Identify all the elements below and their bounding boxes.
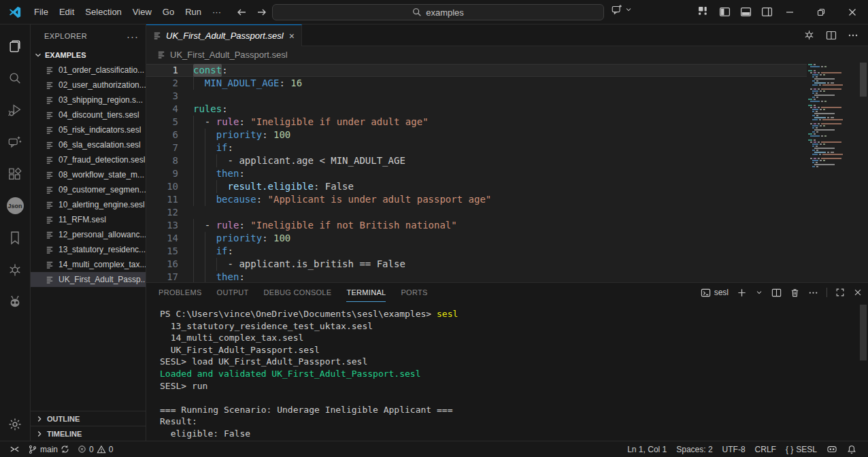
minimap[interactable] [808,64,857,168]
code-line[interactable]: 1const: [146,64,807,77]
code-line[interactable]: 8- applicant.age < MIN_ADULT_AGE [146,154,807,167]
run-debug-icon[interactable] [0,94,31,126]
menu-selection[interactable]: Selection [80,4,127,20]
code-line[interactable]: 14priority: 100 [146,232,807,245]
file-item[interactable]: 10_alerting_engine.sesl [31,197,146,212]
file-item[interactable]: 12_personal_allowanc... [31,227,146,242]
menu-go[interactable]: Go [157,4,180,20]
copilot-status[interactable] [822,442,842,457]
restore-button[interactable] [805,0,837,24]
notifications[interactable] [842,442,861,457]
split-terminal-icon[interactable] [771,288,782,298]
minimize-button[interactable] [774,0,805,24]
forward-arrow-icon[interactable] [256,7,267,18]
code-line[interactable]: 13- rule: "Ineligible if not British nat… [146,219,807,232]
menu-file[interactable]: File [29,4,54,20]
terminal-scrollbar[interactable] [860,305,867,360]
scrollbar-thumb[interactable] [860,63,867,97]
openai-icon[interactable] [0,254,31,286]
code-line[interactable]: 16- applicant.is_british == False [146,258,807,271]
problems-indicator[interactable]: 0 0 [73,442,117,457]
code-line[interactable]: 4rules: [146,103,807,116]
extensions-icon[interactable] [0,158,31,190]
code-line[interactable]: 12 [146,206,807,219]
panel-more-icon[interactable] [808,288,818,298]
encoding[interactable]: UTF-8 [718,442,750,457]
toggle-sidebar-left-icon[interactable] [719,6,731,18]
file-item[interactable]: 14_multi_complex_tax... [31,257,146,272]
indentation[interactable]: Spaces: 2 [671,442,717,457]
menu-view[interactable]: View [127,4,157,20]
outline-section[interactable]: OUTLINE [31,411,146,426]
cursor-position[interactable]: Ln 1, Col 1 [622,442,671,457]
file-item[interactable]: 04_discount_tiers.sesl [31,107,146,122]
breadcrumb[interactable]: UK_First_Adult_Passport.sesl [146,46,868,63]
code-line[interactable]: 15if: [146,245,807,258]
terminal-dropdown-icon[interactable] [755,288,763,297]
panel-tab-output[interactable]: OUTPUT [217,283,249,302]
menu-run[interactable]: Run [180,4,207,20]
eol-sequence[interactable]: CRLF [750,442,781,457]
file-item[interactable]: 07_fraud_detection.sesl [31,152,146,167]
customize-layout-icon[interactable] [698,6,710,18]
code-editor[interactable]: 1const:2MIN_ADULT_AGE: 1634rules:5- rule… [146,63,868,282]
toggle-panel-icon[interactable] [740,6,752,18]
code-line[interactable]: 5- rule: "Ineligible if under adult age" [146,116,807,129]
copilot-menu-button[interactable] [611,3,633,16]
more-actions-icon[interactable] [848,30,858,41]
file-name: 14_multi_complex_tax... [59,260,146,269]
panel-tab-debug-console[interactable]: DEBUG CONSOLE [264,283,332,302]
toggle-sidebar-right-icon[interactable] [761,6,773,18]
menu-[interactable]: ··· [207,4,227,20]
code-line[interactable]: 6priority: 100 [146,129,807,141]
maximize-panel-icon[interactable] [835,288,845,297]
file-item[interactable]: 11_RFM.sesl [31,212,146,227]
file-item[interactable]: 05_risk_indicators.sesl [31,122,146,137]
robot-icon[interactable] [0,286,31,318]
language-mode[interactable]: { }SESL [781,442,822,457]
code-line[interactable]: 2MIN_ADULT_AGE: 16 [146,77,807,90]
file-item[interactable]: UK_First_Adult_Passp... [31,272,146,287]
panel-tab-problems[interactable]: PROBLEMS [158,283,202,302]
panel-tab-ports[interactable]: PORTS [401,283,427,302]
menu-edit[interactable]: Edit [54,4,80,20]
search-sidebar-icon[interactable] [0,62,31,94]
split-editor-icon[interactable] [826,30,837,41]
code-line[interactable]: 10result.eligible: False [146,180,807,193]
explorer-icon[interactable] [0,30,31,62]
code-line[interactable]: 11because: "Applicant is under adult pas… [146,193,807,206]
file-item[interactable]: 01_order_classificatio... [31,63,146,78]
explorer-actions-button[interactable]: ··· [127,31,139,42]
file-item[interactable]: 13_statutory_residenc... [31,242,146,257]
settings-gear-icon[interactable] [0,409,31,439]
panel-tab-terminal[interactable]: TERMINAL [346,283,386,302]
examples-section-header[interactable]: EXAMPLES [31,48,146,63]
timeline-section[interactable]: TIMELINE [31,426,146,441]
code-line[interactable]: 17then: [146,271,807,282]
code-line[interactable]: 9then: [146,167,807,180]
terminal-output[interactable]: PS C:\Users\vince\OneDrive\Documents\ses… [146,302,868,441]
tab-close-icon[interactable]: × [288,31,296,41]
chat-icon[interactable] [0,126,31,158]
file-item[interactable]: 02_user_authorization... [31,78,146,92]
code-line[interactable]: 3 [146,90,807,103]
file-item[interactable]: 08_workflow_state_m... [31,167,146,182]
gpt-editor-action-icon[interactable] [803,29,815,41]
file-item[interactable]: 09_customer_segmen... [31,182,146,197]
terminal-instance[interactable]: sesl [701,288,729,298]
file-item[interactable]: 03_shipping_region.s... [31,92,146,107]
editor-scrollbar[interactable] [858,63,868,282]
json-extension-icon[interactable]: Json [0,190,31,222]
code-line[interactable]: 7if: [146,141,807,154]
bookmarks-icon[interactable] [0,222,31,254]
back-arrow-icon[interactable] [236,7,247,18]
tab-uk-first-adult-passport[interactable]: UK_First_Adult_Passport.sesl × [146,24,302,46]
close-window-button[interactable] [837,0,868,24]
file-item[interactable]: 06_sla_escalation.sesl [31,137,146,152]
command-center-search[interactable]: examples [272,4,604,20]
kill-terminal-icon[interactable] [790,288,800,298]
close-panel-icon[interactable] [853,288,863,297]
new-terminal-icon[interactable] [737,288,747,298]
remote-indicator[interactable] [5,442,24,457]
git-branch-indicator[interactable]: main [24,442,73,457]
